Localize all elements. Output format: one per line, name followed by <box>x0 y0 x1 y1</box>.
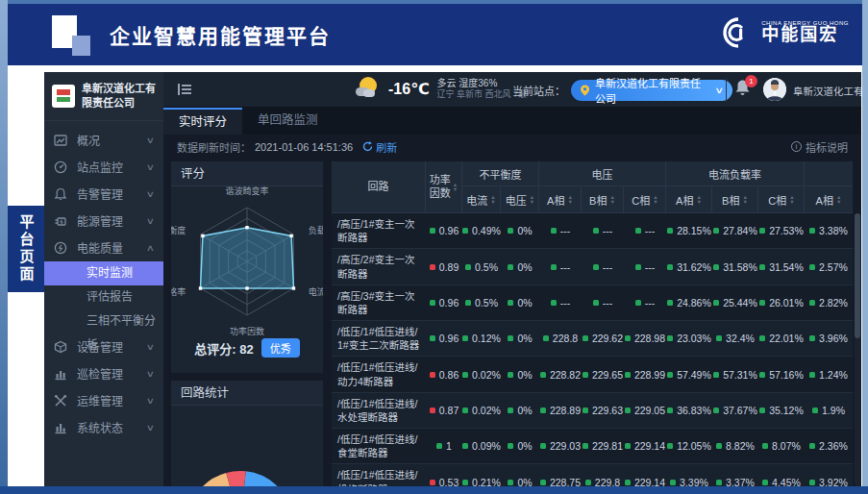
table-cell: 0% <box>501 285 539 320</box>
info-icon: i <box>791 141 802 152</box>
indicator-help[interactable]: i 指标说明 <box>791 139 848 155</box>
table-cell: 0% <box>501 393 539 428</box>
table-cell: 229.65 <box>582 357 624 391</box>
sidebar-subitem-评估报告[interactable]: 评估报告 <box>44 285 163 309</box>
table-cell: 0% <box>501 213 539 248</box>
col-last-a[interactable]: A相▲▼ <box>805 186 853 212</box>
company-name: 阜新汉道化工有限责任公司 <box>82 82 156 111</box>
sidebar-item-巡检管理[interactable]: 巡检管理∨ <box>44 360 163 387</box>
col-unbalance-voltage[interactable]: 电压▲▼ <box>501 186 539 212</box>
tab-realtime-score[interactable]: 实时评分 <box>163 108 242 135</box>
col-circuit[interactable]: 回路 <box>332 161 426 213</box>
frame-border-bottom <box>0 486 868 494</box>
status-dot <box>508 372 513 378</box>
status-dot <box>809 264 815 270</box>
table-cell: --- <box>582 249 624 284</box>
sidebar-item-label: 系统状态 <box>77 419 147 435</box>
table-cell: 228.8 <box>539 321 582 356</box>
svg-text:电流平衡: 电流平衡 <box>309 286 323 297</box>
circuit-table: 回路 功率因数▲▼ 不平衡度 电流▲▼ 电压▲▼ 电压 <box>332 161 853 486</box>
sidebar-item-label: 站点监控 <box>77 159 147 175</box>
notification-bell[interactable]: 1 <box>734 79 756 100</box>
col-voltage-c[interactable]: C相▲▼ <box>624 186 666 212</box>
device-icon <box>54 339 68 354</box>
col-voltage-b[interactable]: B相▲▼ <box>582 186 624 212</box>
refresh-button[interactable]: 刷新 <box>362 139 397 155</box>
donut-chart <box>171 406 323 486</box>
status-dot <box>762 480 768 485</box>
tab-single-circuit[interactable]: 单回路监测 <box>242 108 334 135</box>
status-dot <box>508 228 513 234</box>
sidebar-item-告警管理[interactable]: 告警管理∨ <box>44 181 163 208</box>
table-cell: 2.36% <box>805 429 853 463</box>
sidebar-subitem-三相不平衡分析[interactable]: 三相不平衡分析 <box>44 309 163 333</box>
station-dropdown[interactable]: 阜新汉道化工有限责任公司 ∨ <box>571 80 732 101</box>
table-row[interactable]: /低压/1#低压进线/食堂断路器10.09%0%229.03229.81229.… <box>332 429 853 464</box>
refresh-time-label: 数据刷新时间： <box>177 139 251 155</box>
sidebar-item-系统状态[interactable]: 系统状态∨ <box>44 414 163 441</box>
col-unbalance-current[interactable]: 电流▲▼ <box>462 186 501 212</box>
col-load-a[interactable]: A相▲▼ <box>666 186 712 212</box>
table-row[interactable]: /高压/2#变主一次断路器0.890.5%0%---------31.62%31… <box>332 249 853 284</box>
table-cell: 2.82% <box>805 285 853 320</box>
table-row[interactable]: /高压/3#变主一次断路器0.960.5%0%---------24.86%25… <box>332 285 853 321</box>
chevron-down-icon: ∨ <box>146 136 155 145</box>
status-dot <box>667 300 673 306</box>
table-cell: 3.37% <box>712 464 758 486</box>
status-dot <box>540 372 546 378</box>
status-dot <box>508 408 513 413</box>
status-dot <box>635 300 641 306</box>
status-dot <box>462 228 468 234</box>
sidebar-item-站点监控[interactable]: 站点监控∨ <box>44 154 163 181</box>
scrollbar-thumb[interactable] <box>855 213 860 338</box>
table-cell: 2.57% <box>805 249 853 284</box>
table-row[interactable]: /低压/1#低压进线/1#变主二次断路器0.960.12%0%228.8229.… <box>332 321 853 357</box>
table-cell: 3.38% <box>805 213 853 248</box>
status-dot <box>759 228 765 234</box>
table-row[interactable]: /低压/1#低压进线/动力4断路器0.860.02%0%228.82229.65… <box>332 357 853 392</box>
chevron-up-icon: ∧ <box>146 243 155 253</box>
status-dot <box>540 480 546 485</box>
sidebar-subitem-实时监测[interactable]: 实时监测 <box>44 261 163 285</box>
col-power-factor[interactable]: 功率因数▲▼ <box>426 161 462 213</box>
refresh-time: 2021-01-06 14:51:36 <box>255 141 353 153</box>
banner-title: 企业智慧用能管理平台 <box>110 20 331 49</box>
table-cell: 229.8 <box>582 464 624 486</box>
status-dot <box>625 443 631 449</box>
overview-icon <box>54 133 68 147</box>
status-dot <box>635 264 641 270</box>
table-cell: 229.03 <box>539 429 582 463</box>
status-dot <box>625 408 631 413</box>
status-dot <box>436 443 442 449</box>
avatar[interactable] <box>763 78 786 101</box>
table-cell: 27.84% <box>712 213 758 248</box>
table-cell: 0% <box>501 464 539 486</box>
table-scrollbar[interactable] <box>855 213 860 486</box>
sidebar-item-label: 电能质量 <box>77 239 147 256</box>
col-voltage-a[interactable]: A相▲▼ <box>539 186 582 212</box>
sidebar-item-能源管理[interactable]: 能源管理∨ <box>44 208 163 235</box>
sidebar-item-label: 巡检管理 <box>77 365 147 382</box>
circuit-panel-title: 回路统计 <box>171 381 323 406</box>
svg-text:负载率: 负载率 <box>309 225 323 235</box>
status-dot <box>809 372 815 378</box>
status-dot <box>430 264 435 270</box>
status-dot <box>462 335 468 341</box>
table-cell: 229.14 <box>624 429 666 463</box>
sidebar-item-概况[interactable]: 概况∨ <box>44 127 163 154</box>
sidebar-item-电能质量[interactable]: 电能质量∧ <box>44 235 163 261</box>
status-dot <box>762 443 768 449</box>
circuit-name: /低压/1#低压进线/动力4断路器 <box>332 357 426 391</box>
table-row[interactable]: /低压/1#低压进线/水处理断路器0.870.02%0%228.89229.63… <box>332 393 853 429</box>
table-cell: 57.49% <box>666 357 712 391</box>
collapse-sidebar-icon[interactable] <box>177 82 192 97</box>
col-load-b[interactable]: B相▲▼ <box>712 186 758 212</box>
station-label: 当前站点： <box>512 83 565 98</box>
status-dot <box>551 264 557 270</box>
sidebar-item-设备管理[interactable]: 设备管理∨ <box>44 333 163 360</box>
table-row[interactable]: /低压/1#低压进线/机修断路器0.530.21%0%228.75229.822… <box>332 464 853 486</box>
col-load-c[interactable]: C相▲▼ <box>758 186 805 212</box>
table-row[interactable]: /高压/1#变主一次断路器0.960.49%0%---------28.15%2… <box>332 213 853 249</box>
sidebar-item-运维管理[interactable]: 运维管理∨ <box>44 387 163 414</box>
table-cell: 1.9% <box>805 393 853 428</box>
